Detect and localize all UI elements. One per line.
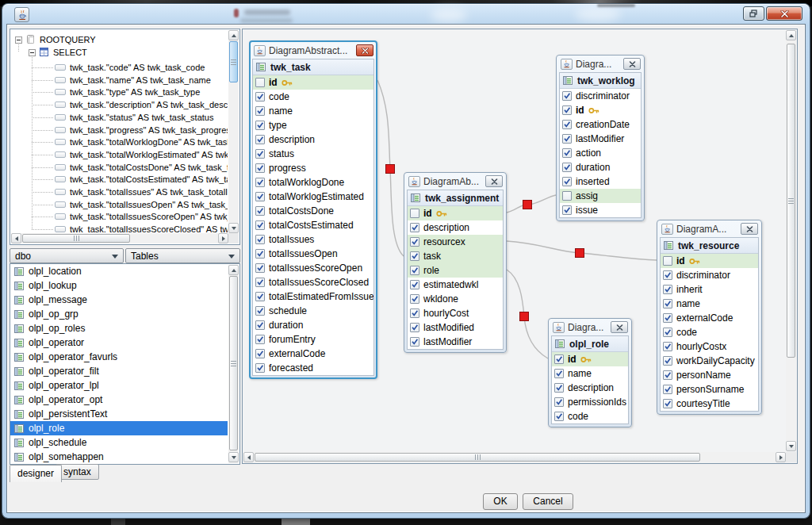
tree-node-column[interactable]: twk_task."code" AS twk_task_code <box>55 61 205 74</box>
field-checkbox-id-checked[interactable] <box>562 105 572 115</box>
field-row-totalIssuesOpen[interactable]: totalIssuesOpen <box>253 247 373 261</box>
scroll-up-button[interactable] <box>786 30 796 40</box>
close-frame-button[interactable] <box>611 321 628 333</box>
field-row-task[interactable]: task <box>408 249 503 263</box>
field-checkbox-externalCode-checked[interactable] <box>255 349 265 358</box>
field-row-name[interactable]: name <box>661 297 758 311</box>
restore-window-button[interactable] <box>743 6 764 21</box>
field-row-totalCostsEstimated[interactable]: totalCostsEstimated <box>253 218 373 232</box>
window-titlebar[interactable] <box>2 4 810 25</box>
scrollbar-thumb[interactable] <box>787 44 795 358</box>
field-checkbox-totalWorklogEstimated-checked[interactable] <box>255 192 265 201</box>
field-row-action[interactable]: action <box>560 146 641 160</box>
scroll-right-button[interactable] <box>776 452 786 462</box>
field-checkbox-code-checked[interactable] <box>554 412 564 421</box>
list-item-olpl_operator_opt[interactable]: olpl_operator_opt <box>10 393 228 407</box>
scroll-down-button[interactable] <box>228 223 239 233</box>
field-row-externalCode[interactable]: externalCode <box>661 311 758 325</box>
field-checkbox-description-checked[interactable] <box>554 383 564 393</box>
list-item-olpl_persistentText[interactable]: olpl_persistentText <box>10 407 228 421</box>
scroll-down-button[interactable] <box>786 441 796 451</box>
field-checkbox-estimatedwkl-checked[interactable] <box>410 280 419 289</box>
field-checkbox-status-checked[interactable] <box>255 149 265 159</box>
field-checkbox-description-checked[interactable] <box>255 135 265 144</box>
field-checkbox-externalCode-checked[interactable] <box>663 313 672 323</box>
field-checkbox-id-unchecked[interactable] <box>663 256 672 266</box>
field-checkbox-action-checked[interactable] <box>562 148 572 158</box>
scrollbar-thumb[interactable] <box>229 276 238 450</box>
field-checkbox-inserted-checked[interactable] <box>562 177 572 186</box>
field-row-personName[interactable]: personName <box>661 368 758 382</box>
scrollbar-thumb[interactable] <box>229 41 238 82</box>
tree-node-column[interactable]: twk_task."totalCostsEstimated" AS twk_ta… <box>55 173 228 186</box>
list-item-olpl_operator_favurls[interactable]: olpl_operator_favurls <box>10 350 228 364</box>
field-row-totalCostsDone[interactable]: totalCostsDone <box>253 204 373 218</box>
field-row-totalIssues[interactable]: totalIssues <box>253 232 373 247</box>
tab-syntax[interactable]: syntax <box>56 464 99 480</box>
field-checkbox-totalWorklogDone-checked[interactable] <box>255 178 265 187</box>
diagram-canvas[interactable]: DiagramAbstract...twk_taskidcodenametype… <box>243 29 786 452</box>
list-item-olpl_message[interactable]: olpl_message <box>10 293 228 307</box>
tree-node-column[interactable]: twk_task."totalIssuesOpen" AS twk_task_t… <box>55 198 228 211</box>
field-checkbox-creationDate-checked[interactable] <box>562 120 572 129</box>
tree-node-select[interactable]: SELECT <box>29 46 87 59</box>
frame-titlebar[interactable]: Diagra... <box>551 319 629 335</box>
field-checkbox-totalIssuesScoreOpen-checked[interactable] <box>255 263 265 273</box>
tree-node-column[interactable]: twk_task."totalIssues" AS twk_task_total… <box>55 186 228 198</box>
field-checkbox-name-checked[interactable] <box>255 106 265 116</box>
field-checkbox-totalEstimatedFromIssues-checked[interactable] <box>255 292 265 301</box>
field-checkbox-forecasted-checked[interactable] <box>255 363 265 373</box>
field-checkbox-wkldone-checked[interactable] <box>410 294 419 304</box>
scroll-down-button[interactable] <box>228 452 239 462</box>
close-frame-button[interactable] <box>485 175 503 187</box>
field-checkbox-schedule-checked[interactable] <box>255 306 265 316</box>
ok-button[interactable]: OK <box>483 493 518 510</box>
field-row-id[interactable]: id <box>253 75 373 90</box>
field-row-id[interactable]: id <box>552 352 628 366</box>
field-row-status[interactable]: status <box>253 147 373 161</box>
field-row-permissionIds[interactable]: permissionIds <box>552 395 628 409</box>
field-row-progress[interactable]: progress <box>253 161 373 175</box>
relation-connector[interactable] <box>575 248 584 258</box>
diagram-horizontal-scrollbar[interactable] <box>243 452 786 462</box>
field-row-lastModifier[interactable]: lastModifier <box>560 132 641 146</box>
field-checkbox-role-checked[interactable] <box>410 266 419 275</box>
field-row-discriminator[interactable]: discriminator <box>661 268 758 282</box>
tree-node-column[interactable]: twk_task."totalIssuesScoreClosed" AS twk… <box>55 223 228 232</box>
field-checkbox-lastModifier-checked[interactable] <box>410 337 419 347</box>
list-item-olpl_role[interactable]: olpl_role <box>10 421 228 435</box>
field-checkbox-code-checked[interactable] <box>663 328 672 337</box>
scroll-left-button[interactable] <box>243 452 254 462</box>
scrollbar-thumb[interactable] <box>22 234 130 243</box>
cancel-button[interactable]: Cancel <box>523 493 573 510</box>
close-window-button[interactable] <box>766 6 802 21</box>
field-row-code[interactable]: code <box>661 325 758 339</box>
tree-node-column[interactable]: twk_task."description" AS twk_task_descr… <box>55 98 228 111</box>
field-checkbox-discriminator-checked[interactable] <box>562 91 572 101</box>
list-item-olpl_lookup[interactable]: olpl_lookup <box>10 278 228 293</box>
field-checkbox-forumEntry-checked[interactable] <box>255 335 265 344</box>
field-checkbox-id-checked[interactable] <box>554 354 564 364</box>
field-row-duration[interactable]: duration <box>253 318 373 332</box>
field-checkbox-hourlyCost-checked[interactable] <box>410 308 419 318</box>
field-checkbox-totalIssuesScoreClosed-checked[interactable] <box>255 278 265 287</box>
field-row-description[interactable]: description <box>253 132 373 147</box>
relation-connector[interactable] <box>385 164 395 174</box>
field-checkbox-lastModifier-checked[interactable] <box>562 134 572 144</box>
field-row-id[interactable]: id <box>560 103 641 117</box>
relation-connector[interactable] <box>519 312 529 321</box>
field-checkbox-workDailyCapacity-checked[interactable] <box>663 356 672 366</box>
field-checkbox-discriminator-checked[interactable] <box>663 270 672 280</box>
field-row-forumEntry[interactable]: forumEntry <box>253 332 373 347</box>
field-checkbox-name-checked[interactable] <box>663 299 672 308</box>
field-checkbox-type-checked[interactable] <box>255 121 265 130</box>
field-row-estimatedwkl[interactable]: estimatedwkl <box>408 278 503 292</box>
field-row-description[interactable]: description <box>552 381 628 395</box>
field-checkbox-duration-checked[interactable] <box>255 320 265 330</box>
tree-node-column[interactable]: twk_task."totalWorklogEstimated" AS twk_… <box>55 148 228 161</box>
field-row-totalWorklogDone[interactable]: totalWorklogDone <box>253 175 373 190</box>
tree-horizontal-scrollbar[interactable] <box>11 233 228 243</box>
field-row-type[interactable]: type <box>253 118 373 132</box>
field-checkbox-inherit-checked[interactable] <box>663 285 672 294</box>
list-item-olpl_location[interactable]: olpl_location <box>10 264 228 278</box>
